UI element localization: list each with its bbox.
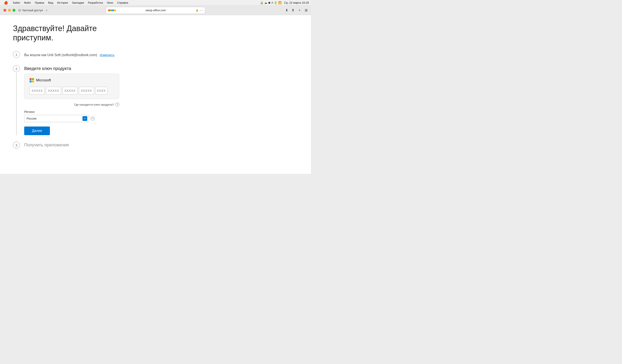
close-button[interactable] <box>3 9 6 12</box>
next-button[interactable]: Далее <box>24 127 50 135</box>
sidebar-icon: ⊡ <box>18 9 21 12</box>
key-input-2[interactable] <box>46 87 61 95</box>
key-input-5[interactable] <box>95 87 107 95</box>
menu-safari[interactable]: Safari <box>11 1 22 5</box>
menu-window[interactable]: Окно <box>105 1 115 5</box>
step-1-text: Вы вошли как Unit Soft (softunit@outlook… <box>24 53 97 57</box>
steps-container: 1 Вы вошли как Unit Soft (softunit@outlo… <box>13 51 177 149</box>
region-select-wrapper: Россия <box>24 115 89 122</box>
step-2: 2 Введите ключ продукта Microsof <box>13 65 177 135</box>
step-1-circle: 1 <box>13 51 20 58</box>
step-3-circle: 3 <box>13 142 20 149</box>
menu-develop[interactable]: Разработка <box>86 1 105 5</box>
browser-content: Здравствуйте! Давайте приступим. 1 Вы во… <box>0 15 311 174</box>
url-text: setup.office.com <box>117 9 194 12</box>
private-access-label: Частный доступ <box>22 9 43 12</box>
menu-history[interactable]: История <box>55 1 70 5</box>
lock-icon: 🔒 <box>196 9 199 12</box>
traffic-lights <box>3 9 15 12</box>
back-button[interactable]: ‹ <box>46 8 47 13</box>
apple-menu[interactable]: 🍎 <box>2 0 10 5</box>
maximize-button[interactable] <box>13 9 15 12</box>
status-icons: 🔒 ☁ ⏺ A 🔋 📶 <box>260 1 281 4</box>
datetime: Ср, 22 марта 16:29 <box>284 1 309 4</box>
url-bar[interactable]: setup.office.com 🔒 ··· <box>106 7 205 14</box>
key-help-icon[interactable]: ? <box>115 103 119 106</box>
step-1-content: Вы вошли как Unit Soft (softunit@outlook… <box>24 51 177 59</box>
tab-overview-icon[interactable]: ⊞ <box>305 8 308 12</box>
change-link[interactable]: Изменить <box>100 53 115 57</box>
key-input-3[interactable] <box>62 87 78 95</box>
region-select[interactable]: Россия <box>24 115 89 122</box>
url-options-button[interactable]: ··· <box>200 8 203 12</box>
ms-favicon <box>108 9 116 11</box>
step-3: 3 Получить приложения <box>13 142 177 149</box>
ms-brand-text: Microsoft <box>36 78 51 82</box>
region-label: Регион <box>24 110 177 114</box>
key-inputs <box>30 87 114 95</box>
page-heading: Здравствуйте! Давайте приступим. <box>13 24 298 42</box>
menu-view[interactable]: Вид <box>46 1 55 5</box>
sidebar-toggle[interactable]: ⊡ Частный доступ <box>18 9 43 12</box>
step-3-content: Получить приложения <box>24 142 177 149</box>
region-help-icon[interactable]: ? <box>91 116 95 120</box>
key-help-text: Где находится ключ продукта? <box>74 103 114 106</box>
ms-logo <box>30 78 34 82</box>
step-2-title: Введите ключ продукта <box>24 66 177 71</box>
menu-file[interactable]: Файл <box>22 1 33 5</box>
step-1-indicator: 1 <box>13 51 20 59</box>
share-icon[interactable]: ⬆ <box>292 8 294 12</box>
menu-bar: 🍎 Safari Файл Правка Вид История Закладк… <box>0 0 311 6</box>
step-2-indicator: 2 <box>13 65 20 135</box>
menu-bookmarks[interactable]: Закладки <box>70 1 86 5</box>
step-2-content: Введите ключ продукта Microsoft <box>24 65 177 135</box>
product-key-card: Microsoft <box>24 74 119 99</box>
menu-help[interactable]: Справка <box>116 1 130 5</box>
ms-branding: Microsoft <box>30 78 114 82</box>
step-3-indicator: 3 <box>13 142 20 149</box>
key-input-4[interactable] <box>79 87 94 95</box>
minimize-button[interactable] <box>8 9 11 12</box>
key-input-1[interactable] <box>30 87 45 95</box>
new-tab-icon[interactable]: ＋ <box>298 8 301 13</box>
step-2-circle: 2 <box>13 65 20 72</box>
step-1: 1 Вы вошли как Unit Soft (softunit@outlo… <box>13 51 177 59</box>
step-2-line <box>16 73 17 135</box>
download-icon[interactable]: ⬇ <box>285 8 288 12</box>
menu-edit[interactable]: Правка <box>33 1 46 5</box>
region-row: Россия ? <box>24 115 177 122</box>
step-3-title: Получить приложения <box>24 142 177 148</box>
key-help-row: Где находится ключ продукта? ? <box>24 103 119 106</box>
title-bar: ⊡ Частный доступ ‹ setup.office.com 🔒 ··… <box>0 6 311 15</box>
